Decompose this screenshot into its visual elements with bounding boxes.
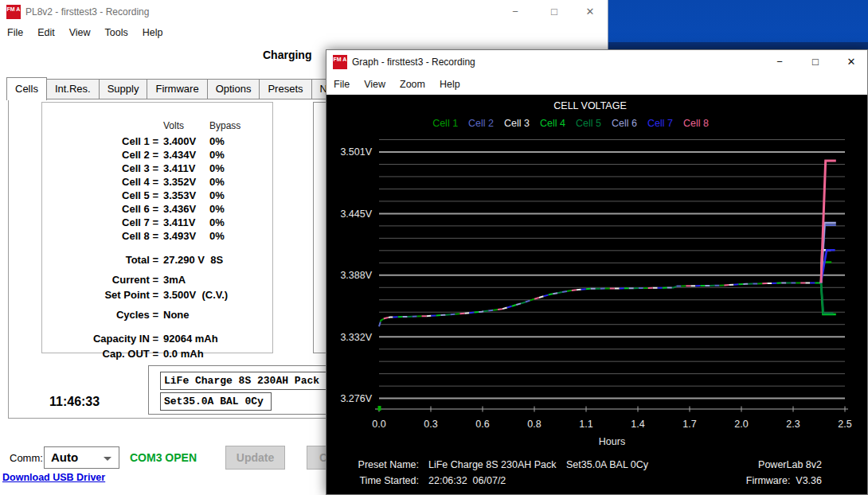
cell-voltage-row: Cell 4 =3.352V0%: [42, 175, 272, 189]
comm-label: Comm:: [10, 452, 43, 464]
trace-shared-cell-5: [379, 283, 821, 326]
main-menu-edit[interactable]: Edit: [30, 27, 62, 38]
graph-titlebar[interactable]: FM A Graph - firsttest3 - Recording − □ …: [326, 50, 867, 74]
y-axis-label: 3.388V: [340, 270, 372, 281]
tabstrip: CellsInt.Res.SupplyFirmwareOptionsPreset…: [6, 76, 372, 99]
charge-info-list: Total =27.290 V 8SCurrent =3mASet Point …: [42, 253, 272, 361]
close-button[interactable]: ✕: [581, 3, 599, 21]
cell-voltage-row: Cell 5 =3.353V0%: [42, 189, 272, 202]
recording-start-marker: [378, 406, 381, 411]
y-axis-label: 3.501V: [340, 146, 372, 158]
y-axis-label: 3.332V: [340, 332, 372, 343]
bypass-column-header: Bypass: [205, 120, 272, 131]
cells-header-row: Volts Bypass: [42, 120, 272, 131]
maximize-button[interactable]: □: [807, 53, 824, 71]
preset-box: LiFe Charge 8S 230AH Pack Set35.0A BAL 0…: [148, 365, 339, 415]
charge-info-row: Set Point =3.500V (C.V.): [42, 288, 272, 302]
main-menu-tools[interactable]: Tools: [98, 27, 135, 38]
y-axis-label: 3.276V: [340, 393, 372, 404]
volts-column-header: Volts: [158, 120, 205, 131]
charging-status-label: Charging: [263, 49, 311, 61]
x-axis-title: Hours: [599, 436, 625, 447]
maximize-button[interactable]: □: [545, 3, 563, 21]
preset-settings-value: Set35.0A BAL 0Cy: [566, 459, 648, 470]
graph-menu-file[interactable]: File: [326, 79, 357, 90]
elapsed-time-clock: 11:46:33: [49, 395, 100, 409]
minimize-button[interactable]: −: [771, 53, 788, 71]
x-axis-label: 1.7: [682, 419, 696, 430]
x-axis-label: 2.0: [734, 419, 748, 430]
x-axis-label: 0.8: [527, 419, 541, 430]
cell-voltage-row: Cell 6 =3.436V0%: [42, 202, 272, 216]
tab-cells[interactable]: Cells: [6, 77, 47, 100]
x-axis-label: 1.4: [631, 419, 644, 430]
x-axis-label: 0.6: [475, 419, 489, 430]
cells-panel: Volts Bypass Cell 1 =3.400V0%Cell 2 =3.4…: [41, 102, 273, 353]
charge-info-row: Total =27.290 V 8S: [42, 253, 272, 267]
preset-name-label: Preset Name:: [326, 459, 419, 470]
tab-supply[interactable]: Supply: [99, 79, 148, 99]
update-button[interactable]: Update: [225, 446, 285, 470]
chevron-down-icon: [104, 457, 111, 461]
main-menubar: FileEditViewToolsHelp: [0, 24, 608, 41]
time-started-value: 22:06:32 06/07/2: [428, 475, 506, 486]
x-axis-label: 2.3: [786, 419, 800, 430]
fma-app-icon: FM A: [333, 55, 347, 69]
main-window-title: PL8v2 - firsttest3 - Recording: [25, 6, 149, 18]
main-titlebar[interactable]: FM A PL8v2 - firsttest3 - Recording − □ …: [0, 0, 608, 24]
download-usb-driver-link[interactable]: Download USB Driver: [2, 472, 105, 483]
charge-info-row: Cycles =None: [42, 308, 272, 322]
close-button[interactable]: ✕: [843, 53, 860, 71]
charge-info-row: Capacity IN =92064 mAh: [42, 332, 272, 345]
chart-area: CELL VOLTAGE Cell 1Cell 2Cell 3Cell 4Cel…: [326, 95, 867, 494]
x-axis-label: 2.5: [838, 419, 851, 430]
main-menu-view[interactable]: View: [62, 27, 98, 38]
comm-status-text: COM3 OPEN: [130, 451, 197, 464]
x-axis-label: 0.0: [372, 419, 385, 430]
graph-menu-help[interactable]: Help: [432, 79, 467, 90]
cell-voltage-row: Cell 2 =3.434V0%: [42, 148, 272, 162]
graph-window-title: Graph - firsttest3 - Recording: [352, 57, 475, 68]
cell-voltage-row: Cell 3 =3.411V0%: [42, 162, 272, 175]
charge-info-row: Current =3mA: [42, 273, 272, 286]
firmware-version: Firmware: V3.36: [746, 475, 822, 486]
cell-voltage-chart: 3.501V3.445V3.388V3.332V3.276V0.00.30.60…: [326, 95, 868, 495]
time-started-label: Time Started:: [326, 475, 419, 486]
y-axis-label: 3.445V: [340, 209, 372, 220]
preset-name-field[interactable]: LiFe Charge 8S 230AH Pack: [160, 372, 334, 390]
cell-voltage-list: Cell 1 =3.400V0%Cell 2 =3.434V0%Cell 3 =…: [42, 134, 272, 243]
tab-options[interactable]: Options: [207, 79, 260, 99]
comm-port-select[interactable]: Auto: [44, 446, 119, 469]
cell-voltage-row: Cell 7 =3.411V0%: [42, 216, 272, 229]
fma-app-icon: FM A: [6, 5, 21, 19]
cell-voltage-row: Cell 1 =3.400V0%: [42, 134, 272, 148]
tab-presets[interactable]: Presets: [259, 79, 311, 99]
x-axis-label: 0.3: [424, 419, 437, 430]
comm-port-value: Auto: [51, 450, 78, 464]
graph-menu-zoom[interactable]: Zoom: [393, 79, 432, 90]
tab-int-res-[interactable]: Int.Res.: [46, 79, 100, 99]
graph-window: FM A Graph - firsttest3 - Recording − □ …: [326, 49, 868, 495]
main-menu-help[interactable]: Help: [135, 27, 170, 38]
preset-name-value: LiFe Charge 8S 230AH Pack: [428, 459, 557, 470]
minimize-button[interactable]: −: [506, 3, 524, 21]
main-menu-file[interactable]: File: [0, 27, 30, 38]
x-axis-label: 1.1: [579, 419, 592, 430]
graph-menu-view[interactable]: View: [357, 79, 393, 90]
graph-menubar: FileViewZoomHelp: [326, 74, 867, 95]
device-name: PowerLab 8v2: [758, 459, 822, 470]
tab-firmware[interactable]: Firmware: [147, 79, 207, 99]
preset-settings-field[interactable]: Set35.0A BAL 0Cy: [160, 392, 272, 411]
charge-info-row: Cap. OUT =0.0 mAh: [42, 347, 272, 361]
cell-voltage-row: Cell 8 =3.493V0%: [42, 229, 272, 243]
